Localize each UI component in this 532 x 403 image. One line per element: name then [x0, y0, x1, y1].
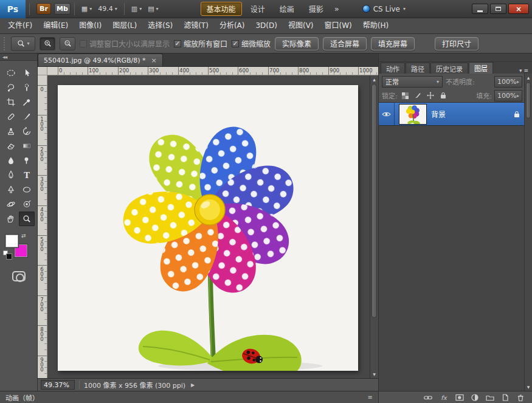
scroll-up-icon[interactable]: ▲ — [525, 74, 532, 81]
menu-file[interactable]: 文件(F) — [2, 18, 38, 33]
tab-history[interactable]: 历史记录 — [430, 63, 468, 74]
status-menu-icon[interactable]: ▶ — [191, 382, 195, 388]
tool-hand[interactable] — [3, 212, 19, 226]
tab-paths[interactable]: 路径 — [406, 63, 430, 74]
lock-transparency-button[interactable] — [400, 91, 410, 100]
blend-mode-select[interactable]: 正常 ▾ — [382, 76, 443, 88]
menu-layer[interactable]: 图层(L) — [107, 18, 142, 33]
tool-type[interactable]: T — [19, 168, 35, 182]
opacity-field[interactable]: 100% ▸ — [494, 76, 522, 88]
panel-scrollbar[interactable]: ▲ ▼ — [524, 74, 532, 391]
workspace-essentials[interactable]: 基本功能 — [201, 2, 242, 16]
vertical-ruler[interactable]: 0 100 200 300 400 500 600 700 800 900 — [38, 75, 47, 378]
menu-analysis[interactable]: 分析(A) — [214, 18, 250, 33]
status-zoom-field[interactable]: 49.37% — [41, 380, 75, 390]
tab-layers[interactable]: 图层 — [469, 62, 493, 74]
animation-panel-bar[interactable]: 动画（帧） ≡ — [0, 391, 378, 403]
workspace-painting[interactable]: 绘画 — [274, 2, 300, 16]
close-button[interactable]: × — [508, 4, 529, 14]
tool-healing-brush[interactable] — [3, 109, 19, 124]
layer-thumbnail[interactable] — [399, 104, 427, 125]
layer-visibility-toggle[interactable] — [379, 103, 395, 125]
tool-brush[interactable] — [19, 109, 35, 124]
tool-3d-camera[interactable] — [19, 197, 35, 212]
fit-screen-button[interactable]: 适合屏幕 — [323, 37, 367, 50]
foreground-color-swatch[interactable] — [5, 235, 18, 247]
tool-crop[interactable] — [3, 95, 19, 109]
tool-3d-rotate[interactable] — [3, 197, 19, 212]
layer-style-button[interactable]: fx — [439, 393, 449, 402]
document-tab[interactable]: 550401.jpg @ 49.4%(RGB/8) * × — [38, 53, 163, 66]
tool-history-brush[interactable] — [19, 124, 35, 139]
menu-filter[interactable]: 滤镜(T) — [178, 18, 214, 33]
scroll-down-icon[interactable]: ▼ — [525, 383, 532, 391]
print-size-button[interactable]: 打印尺寸 — [435, 37, 478, 50]
zoom-in-mode-button[interactable] — [40, 37, 55, 50]
fill-field[interactable]: 100% ▸ — [494, 90, 522, 102]
close-tab-icon[interactable]: × — [151, 57, 156, 64]
tool-gradient[interactable] — [19, 139, 35, 153]
scroll-up-icon[interactable]: ▲ — [370, 75, 378, 83]
canvas-image[interactable] — [58, 85, 358, 371]
layer-row-background[interactable]: 背景 — [379, 103, 524, 126]
dock-header[interactable] — [379, 53, 532, 62]
scroll-thumb[interactable] — [371, 84, 377, 318]
horizontal-ruler[interactable]: 0 100 200 300 400 500 600 700 800 900 10… — [47, 67, 378, 75]
vertical-scrollbar[interactable]: ▲ ▼ — [370, 75, 378, 378]
workspace-design[interactable]: 设计 — [244, 2, 271, 16]
tool-move[interactable] — [19, 66, 35, 80]
lock-position-button[interactable] — [426, 91, 436, 100]
tool-marquee[interactable] — [3, 66, 19, 80]
swap-colors-icon[interactable]: ⇄ — [21, 233, 26, 239]
tool-quick-select[interactable] — [19, 80, 35, 95]
new-layer-button[interactable] — [501, 393, 510, 402]
adjustment-layer-button[interactable] — [471, 393, 479, 402]
add-layer-mask-button[interactable] — [455, 393, 464, 402]
menu-edit[interactable]: 编辑(E) — [38, 18, 74, 33]
resize-windows-checkbox[interactable]: 调整窗口大小以满屏显示 — [80, 38, 170, 49]
menu-help[interactable]: 帮助(H) — [358, 18, 394, 33]
link-layers-button[interactable] — [424, 393, 432, 402]
new-group-button[interactable] — [486, 393, 494, 402]
tool-dodge[interactable] — [19, 153, 35, 168]
canvas-viewport[interactable] — [47, 75, 370, 378]
scroll-track[interactable] — [525, 81, 532, 383]
fill-screen-button[interactable]: 填充屏幕 — [371, 37, 415, 50]
arrange-documents-dropdown[interactable]: ▥ ▾ — [128, 2, 145, 16]
launch-mini-bridge-button[interactable]: Mb — [54, 3, 71, 15]
tab-actions[interactable]: 动作 — [381, 63, 405, 74]
tool-zoom[interactable] — [19, 212, 35, 226]
tools-panel-header[interactable]: ◀◀ — [0, 53, 37, 61]
menu-view[interactable]: 视图(V) — [283, 18, 319, 33]
layer-name[interactable]: 背景 — [431, 109, 514, 119]
actual-pixels-button[interactable]: 实际像素 — [275, 37, 319, 50]
tool-path-select[interactable] — [3, 182, 19, 197]
scroll-thumb[interactable] — [526, 82, 531, 119]
menu-image[interactable]: 图像(I) — [74, 18, 107, 33]
workspace-overflow-icon[interactable]: » — [332, 4, 342, 13]
delete-layer-button[interactable] — [516, 393, 525, 402]
minimize-button[interactable] — [472, 4, 488, 14]
tool-eraser[interactable] — [3, 139, 19, 153]
scroll-down-icon[interactable]: ▼ — [370, 370, 378, 378]
lock-all-button[interactable] — [438, 91, 449, 100]
panel-menu-button[interactable]: ▾ ≡ — [516, 67, 532, 74]
tool-blur[interactable] — [3, 153, 19, 168]
workspace-photography[interactable]: 摄影 — [303, 2, 330, 16]
cs-live-dropdown[interactable]: CS Live ▾ — [362, 5, 406, 13]
scrubby-zoom-checkbox[interactable]: ✓ 细微缩放 — [232, 38, 271, 49]
menu-window[interactable]: 窗口(W) — [319, 18, 358, 33]
tool-lasso[interactable] — [3, 80, 19, 95]
scroll-track[interactable] — [370, 83, 378, 370]
default-colors-icon[interactable] — [3, 250, 8, 255]
tool-preset-dropdown[interactable]: ▾ — [11, 36, 35, 51]
zoom-level-dropdown[interactable]: 49.4 ▾ — [95, 2, 120, 16]
menu-3d[interactable]: 3D(D) — [250, 18, 282, 33]
launch-bridge-button[interactable]: Br — [36, 3, 51, 15]
menu-select[interactable]: 选择(S) — [142, 18, 178, 33]
tool-eyedropper[interactable] — [19, 95, 35, 109]
restore-button[interactable] — [490, 4, 506, 14]
screen-mode-dropdown[interactable]: ▤ ▾ — [145, 2, 161, 16]
tool-shape[interactable] — [19, 182, 35, 197]
tool-pen[interactable] — [3, 168, 19, 182]
